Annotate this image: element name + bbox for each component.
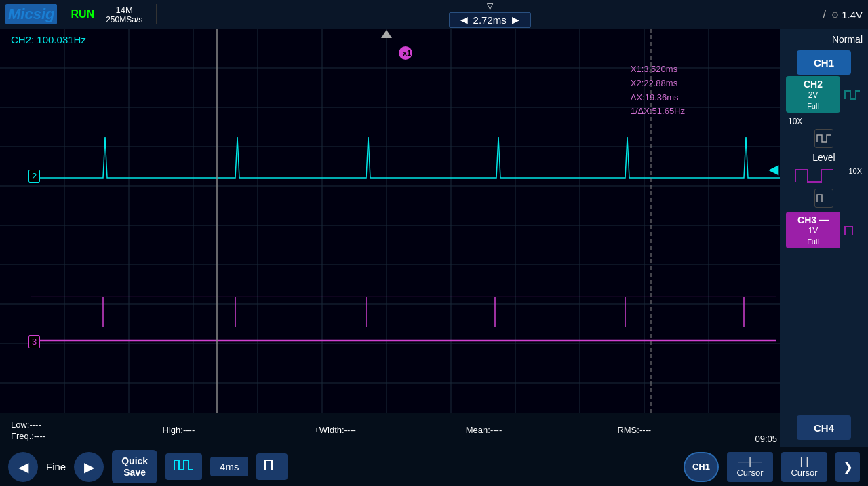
ch-cursor-label: Cursor xyxy=(736,468,763,478)
trigger-down-arrow: ▽ xyxy=(487,1,493,11)
header-divider xyxy=(100,4,100,24)
ch2-volt: 2V xyxy=(790,90,836,101)
ch2-wave-button[interactable] xyxy=(814,129,833,148)
cursor-x1: X1:3.520ms xyxy=(631,62,685,77)
scope-area: x1 CH2: 100.031Hz X1:3.520ms X2:22.88ms … xyxy=(0,29,780,447)
ch3-label: CH3 — xyxy=(790,214,836,226)
timebase-bar[interactable]: ◀ 2.72ms ▶ xyxy=(449,12,531,28)
stat-low-label: Low:---- xyxy=(11,419,41,430)
header-divider-2 xyxy=(156,4,157,24)
cursor-x2: X2:22.88ms xyxy=(631,77,685,91)
slash-separator: / xyxy=(823,7,826,22)
fine-label: Fine xyxy=(46,461,66,472)
stat-rms: RMS:---- xyxy=(617,425,769,435)
timebase-container: ▽ ◀ 2.72ms ▶ xyxy=(162,1,817,28)
ch2-info-block[interactable]: CH2 2V Full xyxy=(786,76,840,113)
more-chevron-icon: ❯ xyxy=(843,460,853,474)
timebase-right-arrow: ▶ xyxy=(512,14,519,25)
stat-freq-label: Freq.:---- xyxy=(11,431,45,441)
wave-single-button[interactable] xyxy=(256,453,288,480)
stats-bar: Low:---- Freq.:---- High:---- +Width:---… xyxy=(0,413,780,447)
level-zoom-10x: 10X xyxy=(843,167,862,175)
cursor-inv-dx: 1/ΔX:51.65Hz xyxy=(631,105,685,119)
logo: Micsig xyxy=(5,4,58,24)
time-display: 09:05 xyxy=(755,434,777,444)
timebase-left-arrow: ◀ xyxy=(460,14,468,25)
timebase-value: 2.72ms xyxy=(473,14,507,26)
ch-cursor-icon: —|— xyxy=(738,455,762,468)
quick-save-button[interactable]: Quick Save xyxy=(112,450,157,484)
stat-width: +Width:---- xyxy=(314,425,466,435)
level-label: Level xyxy=(812,152,835,163)
ch2-mode: Full xyxy=(790,101,836,111)
stat-width-label: +Width:---- xyxy=(314,425,356,435)
volt-icon: ⊙ xyxy=(831,10,839,20)
ch1-circle-label: CH1 xyxy=(692,462,710,472)
memory-size: 14M xyxy=(116,5,133,15)
stat-high-label: High:---- xyxy=(163,425,195,435)
forward-arrow-icon: ▶ xyxy=(84,459,94,475)
ch2-channel-indicator: 2 xyxy=(28,170,40,183)
sample-rate: 250MSa/s xyxy=(106,15,142,24)
ch2-freq-label: CH2: 100.031Hz xyxy=(11,34,86,45)
time-cursor-button[interactable]: | | Cursor xyxy=(781,452,827,482)
ch1-circle-button[interactable]: CH1 xyxy=(684,452,719,482)
svg-text:x1: x1 xyxy=(403,49,411,57)
more-button[interactable]: ❯ xyxy=(835,452,860,482)
timebase-button[interactable]: 4ms xyxy=(210,457,248,476)
stat-rms-label: RMS:---- xyxy=(617,425,651,435)
header-bar: Micsig RUN 14M 250MSa/s ▽ ◀ 2.72ms ▶ / ⊙… xyxy=(0,0,868,29)
back-button[interactable]: ◀ xyxy=(8,452,38,482)
ch2-right-arrow: ◀ xyxy=(768,161,778,177)
memory-info: 14M 250MSa/s xyxy=(106,5,142,24)
stat-low: Low:---- Freq.:---- xyxy=(11,419,163,441)
back-arrow-icon: ◀ xyxy=(18,459,28,475)
ch3-info-block[interactable]: CH3 — 1V Full xyxy=(786,212,840,248)
wave-double-button[interactable] xyxy=(165,453,202,480)
ch2-label: CH2 xyxy=(790,78,836,90)
stat-high: High:---- xyxy=(163,425,315,435)
ch1-button[interactable]: CH1 xyxy=(797,50,851,75)
quick-save-line2: Save xyxy=(123,467,146,478)
bottom-bar: ◀ Fine ▶ Quick Save 4ms CH1 —|— Cursor |… xyxy=(0,447,868,486)
ch3-mode: Full xyxy=(790,237,836,246)
trigger-volt: ⊙ 1.4V xyxy=(831,9,863,20)
ch3-waveform-icon[interactable] xyxy=(843,219,862,241)
ch2-zoom-10x: 10X xyxy=(783,117,802,126)
forward-button[interactable]: ▶ xyxy=(74,452,104,482)
quick-save-line1: Quick xyxy=(121,455,148,466)
ch2-waveform-icon[interactable] xyxy=(843,83,862,105)
ch3-channel-indicator: 3 xyxy=(28,335,40,348)
stat-mean: Mean:---- xyxy=(466,425,618,435)
time-cursor-label: Cursor xyxy=(791,468,817,478)
logo-text: Micsig xyxy=(8,5,54,22)
ch-cursor-button[interactable]: —|— Cursor xyxy=(727,452,773,482)
mode-label: Normal xyxy=(832,34,865,45)
stat-mean-label: Mean:---- xyxy=(466,425,502,435)
ch4-button[interactable]: CH4 xyxy=(797,415,851,440)
ch3-volt: 1V xyxy=(790,226,836,237)
run-status: RUN xyxy=(71,8,94,20)
right-panel: Normal CH1 CH2 2V Full 10X Level 10X xyxy=(780,29,868,447)
logo-box: Micsig xyxy=(5,4,57,24)
cursor-dx: ΔX:19.36ms xyxy=(631,91,685,105)
cursor-measurements: X1:3.520ms X2:22.88ms ΔX:19.36ms 1/ΔX:51… xyxy=(631,62,685,119)
time-cursor-icon: | | xyxy=(800,455,809,468)
volt-value: 1.4V xyxy=(842,9,863,20)
level-wave-button[interactable] xyxy=(814,189,833,208)
